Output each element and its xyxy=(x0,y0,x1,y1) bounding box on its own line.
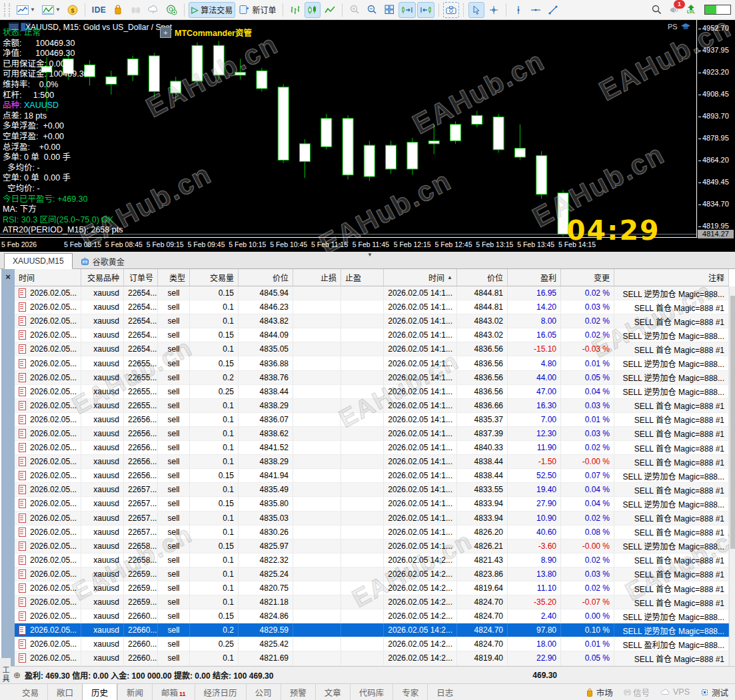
history-row[interactable]: 2026.02.05...xauusd22655...sell0.154836.… xyxy=(15,356,729,370)
history-row[interactable]: 2026.02.05...xauusd22660...sell0.154824.… xyxy=(15,609,729,623)
cell: SELL 首仓 Magic=888 #1 xyxy=(614,413,729,426)
table-scrollbar[interactable] xyxy=(729,286,735,666)
test-status-item[interactable]: 测试 xyxy=(700,686,728,699)
bottom-tab-3[interactable]: 历史 xyxy=(82,684,117,700)
bar-chart-mode-button[interactable] xyxy=(287,2,303,18)
history-row[interactable]: 2026.02.05...xauusd22658...sell0.14822.3… xyxy=(15,553,729,567)
history-row[interactable]: 2026.02.05...xauusd22656...sell0.14841.5… xyxy=(15,441,729,455)
column-header[interactable]: 盈利 xyxy=(508,269,561,286)
column-header[interactable]: 时间 xyxy=(15,269,81,286)
history-row[interactable]: 2026.02.05...xauusd22655...sell0.24838.7… xyxy=(15,371,729,385)
market-store-button[interactable] xyxy=(110,2,126,18)
history-row[interactable]: 2026.02.05...xauusd22657...sell0.14835.4… xyxy=(15,483,729,497)
vps-status-item[interactable]: VPS xyxy=(660,687,690,697)
shift-end-button[interactable] xyxy=(398,2,416,18)
history-row[interactable]: 2026.02.05...xauusd22659...sell0.14825.2… xyxy=(15,567,729,581)
history-row[interactable]: 2026.02.05...xauusd22656...sell0.14838.2… xyxy=(15,455,729,469)
zoom-in-button[interactable] xyxy=(347,2,363,18)
history-row[interactable]: 2026.02.05...xauusd22657...sell0.14830.2… xyxy=(15,525,729,539)
column-header[interactable]: 变更 xyxy=(561,269,614,286)
search-button[interactable] xyxy=(648,2,664,18)
ide-button[interactable]: IDE xyxy=(89,2,109,18)
bottom-tab-9[interactable]: 文章 xyxy=(315,684,350,700)
history-row[interactable]: 2026.02.05...xauusd22656...sell0.14838.6… xyxy=(15,427,729,441)
bottom-tab-1[interactable]: 交易 xyxy=(13,684,47,700)
trendline-tool-button[interactable] xyxy=(545,2,561,18)
deposit-button[interactable]: $ xyxy=(65,2,81,18)
crosshair-tool-button[interactable] xyxy=(486,2,502,18)
toolbar-drag-handle[interactable] xyxy=(4,3,10,17)
vps-button[interactable] xyxy=(145,2,162,18)
horizontal-line-tool-button[interactable] xyxy=(528,2,544,18)
close-icon[interactable]: × xyxy=(1,272,15,282)
vertical-line-tool-button[interactable] xyxy=(510,2,526,18)
history-row[interactable]: 2026.02.05...xauusd22655...sell0.254838.… xyxy=(15,385,729,399)
bottom-tab-7[interactable]: 公司 xyxy=(246,684,281,700)
column-header[interactable]: 时间▲ xyxy=(384,269,457,286)
column-header[interactable]: 交易量 xyxy=(190,269,239,286)
new-order-button[interactable]: 新订单 xyxy=(237,2,279,18)
column-header[interactable]: 类型 xyxy=(158,269,190,286)
chart-tab-xauusd-m15[interactable]: XAUUSD,M15 xyxy=(4,253,73,269)
column-header[interactable]: 价位 xyxy=(239,269,293,286)
chart-corner-controls[interactable]: PS xyxy=(668,23,691,31)
level-button[interactable]: LVL xyxy=(683,2,699,18)
history-row[interactable]: 2026.02.05...xauusd22654...sell0.14846.2… xyxy=(15,300,729,314)
history-row[interactable]: 2026.02.05...xauusd22656...sell0.154841.… xyxy=(15,469,729,483)
history-row[interactable]: 2026.02.05...xauusd22658...sell0.154825.… xyxy=(15,539,729,553)
line-chart-mode-button[interactable] xyxy=(322,2,338,18)
history-row[interactable]: 2026.02.05...xauusd22659...sell0.14821.1… xyxy=(15,595,729,609)
bottom-tab-11[interactable]: 专家 xyxy=(392,684,427,700)
bottom-tab-2[interactable]: 敞口 xyxy=(47,684,82,700)
cell: 22657... xyxy=(124,497,158,510)
auto-scroll-button[interactable] xyxy=(417,2,434,18)
signals-button[interactable]: ((o)) xyxy=(127,2,143,18)
candlestick-mode-button[interactable] xyxy=(305,2,321,18)
expand-circle-icon[interactable]: ⊕ xyxy=(13,670,21,680)
cell xyxy=(341,455,384,468)
mtcommander-button[interactable]: + MTCommander资管 xyxy=(160,26,252,39)
history-row[interactable]: 2026.02.05...xauusd22660...sell0.254825.… xyxy=(15,637,729,651)
cell: 4845.94 xyxy=(239,286,293,300)
history-row[interactable]: 2026.02.05...xauusd22654...sell0.14843.8… xyxy=(15,314,729,328)
chart-window[interactable]: EAHub.cnEAHub.cnEAHub.cnEAHub.cnEAHub.cn… xyxy=(0,20,735,252)
column-header[interactable]: 交易品种 xyxy=(81,269,124,286)
bottom-tab-5[interactable]: 邮箱11 xyxy=(152,684,195,700)
signals-status-item[interactable]: ((•)) 信号 xyxy=(624,686,650,699)
bottom-tab-8[interactable]: 预警 xyxy=(281,684,315,700)
zoom-out-button[interactable] xyxy=(364,2,380,18)
bottom-tab-12[interactable]: 日志 xyxy=(427,684,462,700)
history-row[interactable]: 2026.02.05...xauusd22656...sell0.14836.0… xyxy=(15,413,729,427)
expand-plus-icon[interactable]: + xyxy=(160,27,171,38)
column-header[interactable]: 订单号 xyxy=(124,269,158,286)
chart-tab-google-gold[interactable]: 谷歌黄金 xyxy=(73,254,133,268)
algo-trading-button[interactable]: ▷算法交易 xyxy=(189,2,235,18)
notifications-button[interactable]: 1 xyxy=(666,2,682,18)
history-row[interactable]: 2026.02.05...xauusd22654...sell0.154845.… xyxy=(15,286,729,300)
crosshair-icon xyxy=(489,5,498,15)
column-header[interactable]: 价位 xyxy=(457,269,508,286)
column-header[interactable]: 止损 xyxy=(293,269,341,286)
history-row[interactable]: 2026.02.05...xauusd22657...sell0.154835.… xyxy=(15,497,729,511)
history-row[interactable]: 2026.02.05...xauusd22659...sell0.14820.7… xyxy=(15,581,729,595)
column-header[interactable]: 止盈 xyxy=(341,269,384,286)
history-row[interactable]: 2026.02.05...xauusd22657...sell0.14835.0… xyxy=(15,512,729,525)
screenshot-button[interactable] xyxy=(443,2,459,18)
chart-type-button[interactable]: ▼ xyxy=(14,2,38,18)
tile-windows-button[interactable] xyxy=(381,2,397,18)
market-status-item[interactable]: 市场 xyxy=(586,686,613,699)
indicators-button[interactable]: ▼ xyxy=(39,2,63,18)
splitter-grip[interactable]: ▼ xyxy=(367,252,372,258)
bottom-tab-6[interactable]: 经济日历 xyxy=(195,684,246,700)
history-row[interactable]: 2026.02.05...xauusd22654...sell0.154844.… xyxy=(15,328,729,342)
scrollbar-thumb[interactable] xyxy=(730,296,735,549)
history-row[interactable]: 2026.02.05...xauusd22655...sell0.14838.2… xyxy=(15,399,729,413)
bottom-tab-10[interactable]: 代码库 xyxy=(350,684,393,700)
cursor-tool-button[interactable] xyxy=(468,2,484,18)
community-button[interactable] xyxy=(163,2,180,18)
history-row[interactable]: 2026.02.05...xauusd22660...sell0.14821.6… xyxy=(15,651,729,665)
bottom-tab-4[interactable]: 新闻 xyxy=(117,684,152,700)
history-row[interactable]: 2026.02.05...xauusd22660...sell0.24829.5… xyxy=(15,623,729,637)
history-row[interactable]: 2026.02.05...xauusd22654...sell0.14835.0… xyxy=(15,342,729,356)
column-header[interactable]: 注释 xyxy=(614,269,729,286)
